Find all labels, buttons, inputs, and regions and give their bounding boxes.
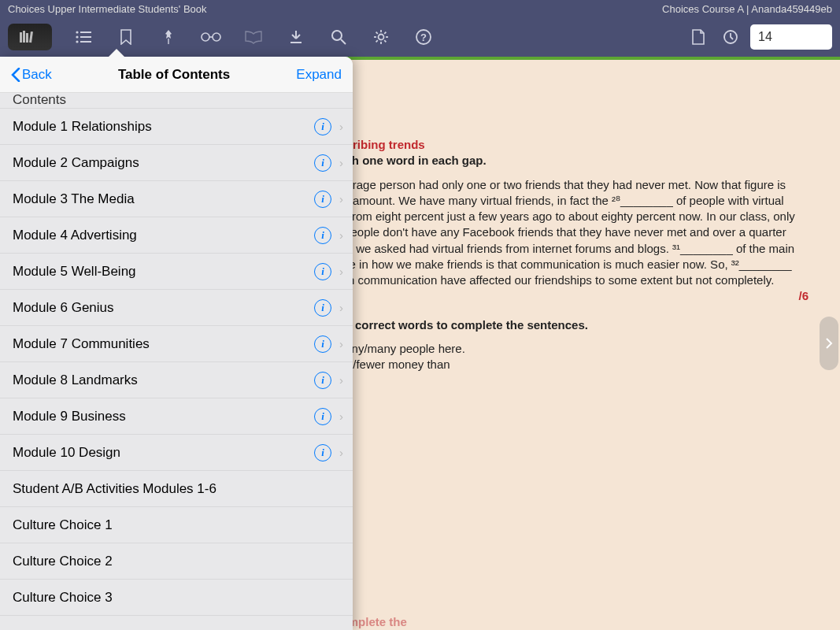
help-button[interactable]: ? xyxy=(413,26,435,48)
toc-title: Table of Contents xyxy=(118,67,230,83)
glasses-button[interactable] xyxy=(200,26,222,48)
book-open-icon xyxy=(244,30,263,44)
svg-point-15 xyxy=(379,35,384,40)
chevron-right-icon: › xyxy=(339,446,343,459)
svg-point-6 xyxy=(76,35,78,38)
toc-item[interactable]: Module 3 The Mediai› xyxy=(0,181,353,217)
toc-item[interactable]: Culture Choice 2 xyxy=(0,543,353,580)
svg-line-23 xyxy=(384,32,386,34)
toc-item[interactable]: Module 10 Designi› xyxy=(0,435,353,471)
bookmark-icon xyxy=(120,29,131,45)
chevron-right-icon: › xyxy=(339,373,343,387)
svg-line-22 xyxy=(376,40,378,42)
toc-item[interactable]: Module 7 Communitiesi› xyxy=(0,326,353,362)
info-icon[interactable]: i xyxy=(314,227,331,244)
history-button[interactable] xyxy=(719,26,741,48)
toc-item[interactable]: Module 2 Campaignsi› xyxy=(0,145,353,181)
info-icon[interactable]: i xyxy=(314,191,331,208)
toc-item[interactable]: Module 6 Geniusi› xyxy=(0,290,353,326)
svg-rect-1 xyxy=(23,31,25,43)
chevron-right-icon: › xyxy=(339,120,343,133)
toc-item[interactable]: Module 5 Well-Beingi› xyxy=(0,254,353,290)
toolbar: ? xyxy=(0,17,840,57)
toc-item-label: Module 10 Design xyxy=(13,445,314,461)
book-title: Choices Upper Intermediate Students' Boo… xyxy=(8,3,207,15)
popover-arrow xyxy=(109,49,124,57)
svg-text:?: ? xyxy=(420,32,427,43)
settings-button[interactable] xyxy=(370,26,392,48)
expand-button[interactable]: Expand xyxy=(296,67,342,83)
toc-item-label: Module 3 The Media xyxy=(13,191,314,207)
toc-item[interactable]: Module 1 Relationshipsi› xyxy=(0,109,353,145)
spread-button[interactable] xyxy=(242,26,265,48)
bookmark-button[interactable] xyxy=(115,26,137,48)
search-icon xyxy=(331,29,346,45)
info-icon[interactable]: i xyxy=(314,118,331,135)
svg-point-13 xyxy=(332,31,342,40)
svg-line-14 xyxy=(341,39,346,44)
toc-item-label: Student A/B Activities Modules 1-6 xyxy=(13,481,343,497)
chevron-right-icon: › xyxy=(339,192,343,206)
chevron-right-icon: › xyxy=(339,410,343,423)
toc-item[interactable]: Module 4 Advertisingi› xyxy=(0,217,353,254)
toc-item[interactable]: Culture Choice 3 xyxy=(0,580,353,616)
toc-item-label: Module 9 Business xyxy=(13,409,314,424)
toc-panel: Back Table of Contents Expand Contents M… xyxy=(0,57,353,630)
help-icon: ? xyxy=(415,28,432,46)
info-icon[interactable]: i xyxy=(314,444,331,461)
toc-button[interactable] xyxy=(72,26,94,48)
list-icon xyxy=(76,31,91,43)
info-icon[interactable]: i xyxy=(314,335,331,353)
chevron-right-icon xyxy=(825,338,833,349)
toc-item-label: Module 2 Campaigns xyxy=(13,155,314,171)
info-icon[interactable]: i xyxy=(314,299,331,317)
chevron-right-icon: › xyxy=(339,337,343,350)
svg-line-20 xyxy=(376,32,378,34)
svg-rect-7 xyxy=(80,36,91,38)
svg-line-21 xyxy=(384,40,386,42)
toc-item-label: Culture Choice 3 xyxy=(13,590,343,606)
toc-header: Back Table of Contents Expand xyxy=(0,57,353,93)
toc-item-label: Module 5 Well-Being xyxy=(13,264,314,280)
chevron-left-icon xyxy=(11,68,20,82)
toc-item[interactable]: Student A/B Activities Modules 1-6 xyxy=(0,471,353,507)
history-icon xyxy=(722,29,738,45)
back-button[interactable]: Back xyxy=(11,67,52,83)
svg-point-12 xyxy=(213,33,220,41)
toc-list[interactable]: Contents Module 1 Relationshipsi›Module … xyxy=(0,93,353,630)
search-button[interactable] xyxy=(327,26,350,48)
svg-point-8 xyxy=(76,40,78,43)
toc-item[interactable]: Module 8 Landmarksi› xyxy=(0,362,353,398)
glasses-icon xyxy=(200,32,222,43)
info-icon[interactable]: i xyxy=(314,408,331,425)
note-button[interactable] xyxy=(687,26,709,48)
toc-item-label: Module 1 Relationships xyxy=(13,119,314,135)
info-icon[interactable]: i xyxy=(314,154,331,172)
toc-item-truncated[interactable]: Contents xyxy=(0,93,353,109)
toc-item-label: Module 6 Genius xyxy=(13,300,314,316)
library-button[interactable] xyxy=(8,24,52,50)
svg-rect-0 xyxy=(20,32,22,43)
chevron-right-icon: › xyxy=(339,228,343,242)
books-icon xyxy=(19,30,41,44)
toc-item-label: Culture Choice 2 xyxy=(13,554,343,569)
title-bar: Choices Upper Intermediate Students' Boo… xyxy=(0,0,840,17)
svg-rect-2 xyxy=(26,33,28,43)
pin-button[interactable] xyxy=(157,26,179,48)
course-title: Choices Course A | Ananda459449eb xyxy=(662,3,832,15)
page-number-input[interactable] xyxy=(750,24,832,50)
svg-rect-3 xyxy=(29,32,33,43)
svg-point-11 xyxy=(202,33,209,41)
next-page-button[interactable] xyxy=(820,317,838,370)
toc-item[interactable]: Module 9 Businessi› xyxy=(0,398,353,435)
toc-item[interactable]: Culture Choice 1 xyxy=(0,507,353,543)
download-button[interactable] xyxy=(285,26,307,48)
svg-rect-9 xyxy=(80,41,91,43)
document-icon xyxy=(691,29,705,45)
chevron-right-icon: › xyxy=(339,301,343,314)
info-icon[interactable]: i xyxy=(314,372,331,389)
toc-item-label: Culture Choice 1 xyxy=(13,517,343,533)
info-icon[interactable]: i xyxy=(314,263,331,280)
gear-icon xyxy=(373,29,389,45)
svg-rect-5 xyxy=(80,32,91,33)
